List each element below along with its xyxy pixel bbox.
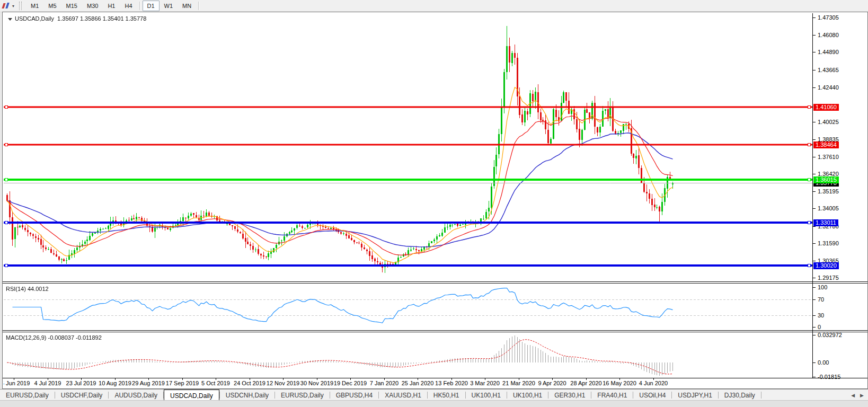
tab-scroll-right-icon[interactable]: ▶ [860,393,864,398]
symbol-tab-uk100-h1[interactable]: UK100,H1 [507,390,548,401]
trading-platform: { "toolbar": { "groups": [["M1","M5","M1… [0,0,868,407]
symbol-tab-usdcnh-daily[interactable]: USDCNH,Daily [220,390,274,401]
date-label: 17 Sep 2019 [166,380,199,386]
axis-tick-mark [813,261,816,261]
price-tick-label: 1.37610 [818,154,839,161]
axis-tick-mark [813,52,816,52]
symbol-name: USDCAD,Daily [15,15,54,22]
timeframe-button-h1[interactable]: H1 [103,1,120,11]
symbol-tab-eurusd-daily[interactable]: EURUSD,Daily [275,390,330,401]
timeframe-toolbar: ▾ M1M5M15M30H1H4D1W1MN [0,0,868,12]
tab-scroll-left-icon[interactable]: ◀ [851,393,855,398]
price-tick-label: 1.31590 [818,240,839,247]
symbol-dropdown-icon[interactable] [8,18,12,21]
price-level-badge[interactable]: 1.41060 [813,104,839,111]
axis-tick-mark [813,327,816,328]
timeframe-button-m5[interactable]: M5 [43,1,61,11]
axis-tick-mark [813,377,816,377]
date-label: 7 Jan 2020 [370,380,398,386]
date-label: 12 Nov 2019 [267,380,299,386]
price-chart-canvas[interactable] [4,13,812,281]
axis-tick-mark [813,191,816,192]
axis-tick-mark [813,278,816,278]
date-label: 13 Feb 2020 [435,380,468,386]
timeframe-button-h4[interactable]: H4 [120,1,137,11]
bottom-strip [0,400,868,407]
toolbar-grip[interactable] [19,2,22,10]
timeframe-button-mn[interactable]: MN [178,1,196,11]
date-label: 25 Jan 2020 [402,380,434,386]
symbol-tab-dj30-daily[interactable]: DJ30,Daily [719,390,761,401]
macd-tick-label: 0.00 [818,359,829,366]
axis-tick-mark [813,17,816,18]
axis-tick-mark [813,315,816,316]
date-label: 21 Mar 2020 [502,380,535,386]
date-label: 10 Aug 2019 [99,380,131,386]
macd-indicator-label: MACD(12,26,9) -0.008037 -0.011892 [6,334,102,341]
symbol-tab-usdjpy-h1[interactable]: USDJPY,H1 [672,390,718,401]
axis-tick-mark [813,122,816,122]
symbol-tab-xauusd-h1[interactable]: XAUUSD,H1 [379,390,427,401]
symbol-tab-hk50-h1[interactable]: HK50,H1 [428,390,465,401]
macd-tick-label: 0.032972 [818,332,842,339]
rsi-pane-canvas[interactable] [4,284,812,330]
rsi-indicator-label: RSI(14) 44.0012 [6,286,49,292]
price-level-badge[interactable]: 1.30020 [813,262,839,269]
axis-tick-mark [813,335,816,335]
symbol-tab-gbpusd-h4[interactable]: GBPUSD,H4 [330,390,378,401]
axis-tick-mark [813,35,816,36]
axis-tick-mark [813,226,816,227]
axis-tick-mark [813,157,816,157]
timeframe-button-m30[interactable]: M30 [82,1,103,11]
date-label: 9 Apr 2020 [538,380,566,386]
date-label: 15 Jun 2019 [4,380,30,386]
symbol-tab-usdchf-daily[interactable]: USDCHF,Daily [55,390,109,401]
rsi-tick-label: 30 [818,312,824,319]
axis-tick-mark [813,287,816,288]
timeframe-button-w1[interactable]: W1 [160,1,178,11]
symbol-tab-bar: EURUSD,DailyUSDCHF,DailyAUDUSD,DailyUSDC… [0,389,868,401]
axis-tick-mark [813,70,816,70]
axis-tick-mark [813,299,816,300]
axis-tick-mark [813,139,816,140]
price-level-badge[interactable]: 1.36015 [813,176,839,183]
date-label: 24 Oct 2019 [234,380,265,386]
chart-title: USDCAD,Daily 1.35697 1.35866 1.35401 1.3… [8,15,146,22]
time-axis: 15 Jun 20194 Jul 201923 Jul 201910 Aug 2… [4,378,812,388]
axis-tick-mark [813,208,816,209]
toolbar-separator [139,2,140,10]
toolbar-separator [198,2,199,10]
price-level-badge[interactable]: 1.33011 [813,219,838,226]
price-tick-label: 1.43665 [818,67,839,74]
date-label: 19 Dec 2019 [334,380,367,386]
symbol-tab-eurusd-daily[interactable]: EURUSD,Daily [0,390,55,401]
date-label: 30 Nov 2019 [300,380,333,386]
timeframe-button-m1[interactable]: M1 [26,1,43,11]
price-tick-label: 1.34005 [818,205,839,212]
macd-pane-canvas[interactable] [4,332,812,378]
price-tick-label: 1.42440 [818,84,839,91]
axis-tick-mark [813,362,816,363]
symbol-tab-usoil-h4[interactable]: USOil,H4 [633,390,671,401]
axis-tick-mark [813,87,816,88]
price-tick-label: 1.40025 [818,119,839,126]
symbol-tab-ger30-h1[interactable]: GER30,H1 [548,390,591,401]
date-label: 28 Apr 2020 [570,380,601,386]
symbol-tab-uk100-h1[interactable]: UK100,H1 [466,390,507,401]
date-label: 4 Jul 2019 [34,380,61,386]
symbol-tab-audusd-daily[interactable]: AUDUSD,Daily [109,390,163,401]
symbol-tab-usdcad-daily[interactable]: USDCAD,Daily [164,390,219,401]
symbol-tab-fra40-h1[interactable]: FRA40,H1 [591,390,633,401]
date-label: 16 May 2020 [603,380,636,386]
price-tick-label: 1.47305 [818,14,839,21]
timeframe-button-d1[interactable]: D1 [143,1,160,11]
timeframe-button-m15[interactable]: M15 [61,1,82,11]
chart-tool-icon[interactable] [2,2,11,10]
ohlc-values: 1.35697 1.35866 1.35401 1.35778 [57,15,146,22]
tab-separator [761,392,761,399]
macd-tick-label: -0.01815 [818,374,840,381]
rsi-tick-label: 100 [818,284,827,291]
chevron-down-icon[interactable]: ▾ [12,4,14,8]
rsi-tick-label: 0 [818,324,821,331]
price-level-badge[interactable]: 1.38464 [813,141,839,148]
